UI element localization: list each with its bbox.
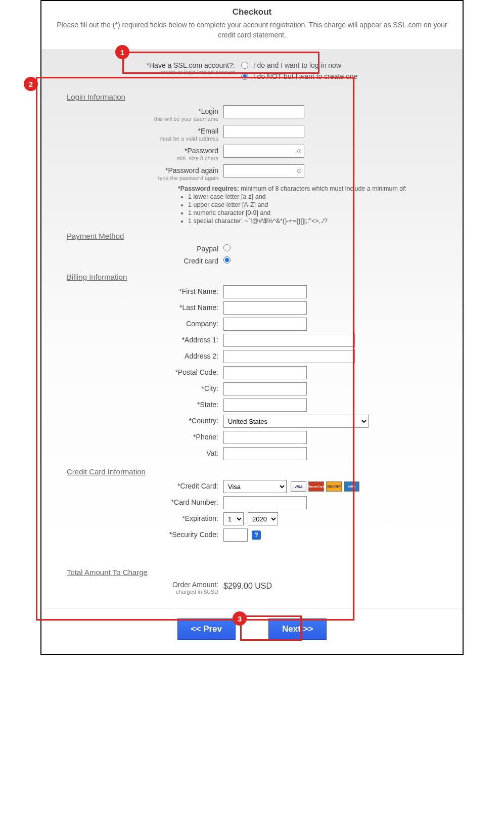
password-again-sublabel: type the password again [67,175,218,181]
field-expiration: *Expiration: 1 2020 [67,512,437,525]
next-button[interactable]: Next >> [268,619,327,640]
last-name-label: *Last Name: [67,303,218,312]
field-address2: Address 2: [67,350,437,363]
first-name-input[interactable] [223,285,307,298]
step-badge-1: 1 [115,45,129,59]
key-icon: ⊙ [297,148,302,155]
pw-req-2: 1 upper case letter [A-Z] and [188,201,437,208]
page-frame: Checkout Please fill out the (*) require… [40,0,464,655]
city-input[interactable] [223,382,307,395]
field-last-name: *Last Name: [67,301,437,315]
address2-label: Address 2: [67,352,218,360]
order-amount-sub: charged in $USD [67,589,218,595]
payment-paypal-row: Paypal [67,244,437,253]
pw-req-1: 1 lower case letter [a-z] and [188,193,437,200]
email-input[interactable] [223,125,304,138]
vat-label: Vat: [67,449,218,457]
card-number-label: *Card Number: [67,498,218,506]
mastercard-icon: MasterCard [308,481,324,492]
field-company: Company: [67,318,437,331]
account-radio-col: I do and I want to log in now I do NOT b… [241,61,358,80]
account-radio-login-input[interactable] [241,62,248,69]
postal-input[interactable] [223,366,307,379]
field-password-again: *Password again type the password again … [67,164,437,181]
form-area: 1 2 *Have a SSL.com account?: create or … [41,49,463,560]
field-first-name: *First Name: [67,285,437,298]
password-requirements: *Password requires: minimum of 8 charact… [178,185,437,225]
payment-cc-label: Credit card [67,257,223,265]
pw-req-4: 1 special character: ~`!@#\$%^&*()-+={}[… [188,217,437,225]
account-label: *Have a SSL.com account?: [147,61,235,69]
phone-input[interactable] [223,431,307,444]
field-postal: *Postal Code: [67,366,437,379]
step-badge-2: 2 [24,77,38,91]
field-security-code: *Security Code: ? [67,528,437,542]
pw-req-3: 1 numeric character [0-9] and [188,209,437,216]
discover-icon: DISCOVER [326,481,342,492]
field-address1: *Address 1: [67,334,437,347]
totals-section: Total Amount To Charge Order Amount: cha… [41,560,463,608]
section-billing-info: Billing Information [67,273,437,281]
section-cc-info: Credit Card Information [67,467,437,476]
login-input[interactable] [223,105,304,118]
field-cc-type: *Credit Card: Visa VISA MasterCard DISCO… [67,480,437,493]
first-name-label: *First Name: [67,287,218,295]
field-card-number: *Card Number: [67,496,437,509]
address2-input[interactable] [223,350,355,363]
header: Checkout Please fill out the (*) require… [41,1,463,49]
payment-paypal-radio[interactable] [223,244,231,251]
login-sublabel: this will be your username [67,116,218,122]
security-code-input[interactable] [223,528,248,542]
exp-year-select[interactable]: 2020 [248,512,278,525]
prev-button[interactable]: << Prev [177,619,236,640]
field-phone: *Phone: [67,431,437,444]
account-question-row: *Have a SSL.com account?: create or logi… [67,58,437,85]
password-label: *Password [67,147,218,155]
field-state: *State: [67,399,437,412]
vat-input[interactable] [223,447,307,460]
field-city: *City: [67,382,437,395]
country-label: *Country: [67,417,218,425]
password-input[interactable] [223,145,304,158]
cc-type-label: *Credit Card: [67,482,218,490]
address1-input[interactable] [223,334,355,347]
postal-label: *Postal Code: [67,368,218,376]
last-name-input[interactable] [223,301,307,315]
pw-req-heading-bold: *Password requires: [178,185,239,192]
pw-req-lead: minimum of 8 characters which must inclu… [239,185,406,192]
field-country: *Country: United States [67,415,437,428]
city-label: *City: [67,384,218,392]
phone-label: *Phone: [67,433,218,441]
account-sublabel: create or login into an account [147,69,235,75]
field-vat: Vat: [67,447,437,460]
account-label-col: *Have a SSL.com account?: create or logi… [147,61,235,75]
address1-label: *Address 1: [67,336,218,344]
account-radio-login[interactable]: I do and I want to log in now [241,61,358,69]
card-number-input[interactable] [223,496,307,509]
account-radio-create-label: I do NOT but I want to create one [253,72,358,80]
company-input[interactable] [223,318,307,331]
page-title: Checkout [52,7,452,17]
login-label: *Login [67,107,218,115]
help-icon[interactable]: ? [252,531,261,540]
payment-cc-radio[interactable] [223,256,231,263]
account-radio-login-label: I do and I want to log in now [253,61,341,69]
company-label: Company: [67,320,218,328]
amex-icon: AMEX [344,481,359,492]
account-radio-create[interactable]: I do NOT but I want to create one [241,72,358,80]
visa-icon: VISA [291,481,306,492]
email-sublabel: must be a valid address [67,136,218,142]
exp-month-select[interactable]: 1 [223,512,244,525]
payment-cc-row: Credit card [67,256,437,266]
country-select[interactable]: United States [223,415,369,428]
expiration-label: *Expiration: [67,514,218,522]
account-radio-create-input[interactable] [241,73,248,80]
field-email: *Email must be a valid address [67,125,437,142]
password-sublabel: min. size 8 chars [67,155,218,161]
field-login: *Login this will be your username [67,105,437,122]
state-label: *State: [67,401,218,409]
security-code-label: *Security Code: [67,531,218,539]
state-input[interactable] [223,399,307,412]
password-again-input[interactable] [223,164,304,178]
cc-type-select[interactable]: Visa [223,480,287,493]
